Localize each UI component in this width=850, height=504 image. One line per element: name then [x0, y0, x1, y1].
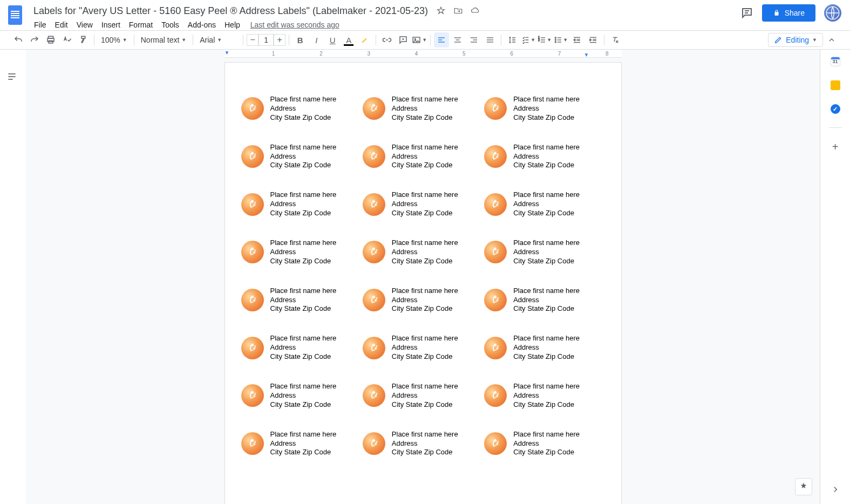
label-cell[interactable]: Place first name hereAddressCity State Z… [484, 143, 604, 171]
tasks-sidepanel-button[interactable] [830, 104, 841, 114]
document-page[interactable]: Place first name hereAddressCity State Z… [225, 62, 622, 504]
label-cell[interactable]: Place first name hereAddressCity State Z… [484, 382, 604, 410]
label-text[interactable]: Place first name hereAddressCity State Z… [513, 95, 580, 122]
undo-button[interactable] [11, 32, 26, 47]
menu-view[interactable]: View [73, 18, 97, 31]
label-text[interactable]: Place first name hereAddressCity State Z… [270, 430, 337, 458]
menu-format[interactable]: Format [125, 18, 157, 31]
checklist-button[interactable]: ▼ [521, 32, 536, 47]
label-cell[interactable]: Place first name hereAddressCity State Z… [241, 382, 362, 410]
label-cell[interactable]: Place first name hereAddressCity State Z… [363, 430, 483, 458]
star-icon[interactable] [436, 5, 446, 16]
label-text[interactable]: Place first name hereAddressCity State Z… [513, 334, 580, 362]
paint-format-button[interactable] [76, 32, 91, 47]
clear-formatting-button[interactable] [608, 32, 623, 47]
label-cell[interactable]: Place first name hereAddressCity State Z… [484, 239, 604, 266]
numbered-list-button[interactable]: 12▼ [537, 32, 552, 47]
menu-edit[interactable]: Edit [51, 18, 72, 31]
label-cell[interactable]: Place first name hereAddressCity State Z… [363, 287, 483, 314]
label-cell[interactable]: Place first name hereAddressCity State Z… [484, 430, 604, 458]
left-indent-marker[interactable]: ▼ [225, 50, 230, 56]
font-size-decrease[interactable]: − [247, 34, 259, 46]
label-text[interactable]: Place first name hereAddressCity State Z… [392, 95, 458, 122]
label-text[interactable]: Place first name hereAddressCity State Z… [392, 430, 458, 458]
label-cell[interactable]: Place first name hereAddressCity State Z… [363, 382, 483, 410]
align-justify-button[interactable] [482, 32, 498, 47]
user-avatar[interactable] [824, 4, 841, 22]
label-cell[interactable]: Place first name hereAddressCity State Z… [363, 239, 483, 266]
label-text[interactable]: Place first name hereAddressCity State Z… [270, 143, 337, 171]
font-size-increase[interactable]: + [274, 34, 285, 46]
label-text[interactable]: Place first name hereAddressCity State Z… [513, 430, 580, 458]
italic-button[interactable]: I [309, 32, 324, 47]
label-text[interactable]: Place first name hereAddressCity State Z… [270, 382, 337, 410]
label-text[interactable]: Place first name hereAddressCity State Z… [513, 382, 580, 410]
explore-button[interactable] [795, 478, 812, 495]
calendar-sidepanel-button[interactable] [830, 56, 841, 67]
label-text[interactable]: Place first name hereAddressCity State Z… [392, 382, 458, 410]
menu-addons[interactable]: Add-ons [184, 18, 220, 31]
label-cell[interactable]: Place first name hereAddressCity State Z… [484, 95, 604, 122]
highlight-button[interactable] [357, 32, 372, 47]
horizontal-ruler[interactable]: ▼ 1 2 3 4 5 6 7 8 ▼ [26, 50, 820, 58]
label-cell[interactable]: Place first name hereAddressCity State Z… [241, 430, 362, 458]
text-color-button[interactable]: A [341, 32, 356, 47]
insert-image-button[interactable]: ▼ [412, 32, 427, 47]
decrease-indent-button[interactable] [569, 32, 584, 47]
font-dropdown[interactable]: Arial▼ [196, 33, 240, 46]
align-right-button[interactable] [466, 32, 481, 47]
label-text[interactable]: Place first name hereAddressCity State Z… [270, 190, 337, 218]
underline-button[interactable]: U [325, 32, 340, 47]
label-text[interactable]: Place first name hereAddressCity State Z… [270, 334, 337, 362]
label-cell[interactable]: Place first name hereAddressCity State Z… [241, 95, 362, 122]
add-comment-button[interactable] [396, 32, 411, 47]
move-icon[interactable] [453, 5, 464, 16]
label-cell[interactable]: Place first name hereAddressCity State Z… [241, 287, 362, 314]
label-cell[interactable]: Place first name hereAddressCity State Z… [484, 190, 604, 218]
align-center-button[interactable] [450, 32, 465, 47]
cloud-status-icon[interactable] [470, 5, 481, 16]
label-cell[interactable]: Place first name hereAddressCity State Z… [363, 190, 483, 218]
font-size-input[interactable] [259, 34, 274, 46]
menu-tools[interactable]: Tools [158, 18, 183, 31]
label-text[interactable]: Place first name hereAddressCity State Z… [392, 287, 458, 314]
label-cell[interactable]: Place first name hereAddressCity State Z… [363, 95, 483, 122]
docs-home-button[interactable] [4, 4, 26, 26]
document-area[interactable]: ▼ 1 2 3 4 5 6 7 8 ▼ Place first name her… [26, 50, 820, 504]
get-addons-button[interactable]: + [832, 141, 839, 153]
share-button[interactable]: Share [762, 4, 815, 22]
align-left-button[interactable] [434, 32, 449, 47]
spellcheck-button[interactable] [59, 32, 74, 47]
label-text[interactable]: Place first name hereAddressCity State Z… [513, 287, 580, 314]
label-text[interactable]: Place first name hereAddressCity State Z… [392, 190, 458, 218]
label-cell[interactable]: Place first name hereAddressCity State Z… [484, 334, 604, 362]
label-text[interactable]: Place first name hereAddressCity State Z… [270, 287, 337, 314]
label-cell[interactable]: Place first name hereAddressCity State Z… [241, 334, 362, 362]
toolbar-collapse-button[interactable] [824, 32, 839, 47]
sidepanel-collapse-button[interactable] [831, 485, 840, 496]
editing-mode-dropdown[interactable]: Editing ▼ [768, 33, 823, 47]
label-text[interactable]: Place first name hereAddressCity State Z… [392, 239, 458, 266]
menu-file[interactable]: File [30, 18, 50, 31]
label-cell[interactable]: Place first name hereAddressCity State Z… [484, 287, 604, 314]
print-button[interactable] [43, 32, 58, 47]
menu-help[interactable]: Help [221, 18, 244, 31]
label-text[interactable]: Place first name hereAddressCity State Z… [392, 143, 458, 171]
label-text[interactable]: Place first name hereAddressCity State Z… [270, 239, 337, 266]
line-spacing-button[interactable] [505, 32, 520, 47]
label-text[interactable]: Place first name hereAddressCity State Z… [513, 190, 580, 218]
label-cell[interactable]: Place first name hereAddressCity State Z… [363, 334, 483, 362]
right-indent-marker[interactable]: ▼ [584, 52, 589, 58]
label-text[interactable]: Place first name hereAddressCity State Z… [392, 334, 458, 362]
last-edit-link[interactable]: Last edit was seconds ago [250, 21, 339, 29]
menu-insert[interactable]: Insert [98, 18, 124, 31]
redo-button[interactable] [27, 32, 42, 47]
bulleted-list-button[interactable]: ▼ [553, 32, 568, 47]
increase-indent-button[interactable] [586, 32, 601, 47]
zoom-dropdown[interactable]: 100%▼ [98, 33, 131, 46]
label-cell[interactable]: Place first name hereAddressCity State Z… [241, 190, 362, 218]
comment-history-icon[interactable] [740, 6, 753, 19]
label-cell[interactable]: Place first name hereAddressCity State Z… [241, 143, 362, 171]
label-cell[interactable]: Place first name hereAddressCity State Z… [363, 143, 483, 171]
label-text[interactable]: Place first name hereAddressCity State Z… [513, 239, 580, 266]
